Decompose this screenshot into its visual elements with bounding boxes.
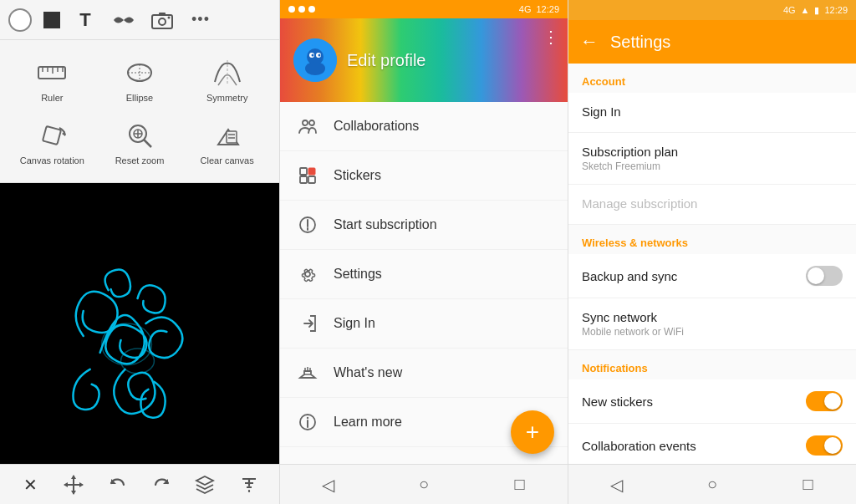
sync-network-subtitle: Mobile network or WiFi: [582, 326, 843, 338]
sync-network-title: Sync network: [582, 310, 843, 324]
svg-point-1: [159, 18, 166, 25]
svg-point-43: [318, 54, 321, 57]
canvas-rotation-tool[interactable]: Canvas rotation: [8, 111, 96, 174]
svg-rect-2: [159, 13, 166, 16]
layers-icon[interactable]: [190, 470, 220, 500]
menu-item-whatsnew[interactable]: What's new: [280, 349, 568, 398]
more-bottom-icon[interactable]: [234, 470, 264, 500]
menu-item-settings[interactable]: Settings: [280, 250, 568, 299]
ellipse-icon: [124, 57, 155, 89]
collaborations-icon: [297, 115, 318, 137]
symmetry-icon: [211, 57, 243, 89]
close-button[interactable]: ✕: [15, 470, 45, 500]
ruler-label: Ruler: [41, 93, 63, 103]
reset-zoom-tool[interactable]: Reset zoom: [96, 111, 184, 174]
clear-canvas-icon: [211, 120, 243, 151]
section-notifications: Notifications: [568, 350, 856, 379]
statusbar-icons-right: 4G 12:29: [519, 4, 559, 14]
color-black[interactable]: [43, 12, 60, 28]
undo-icon[interactable]: [103, 470, 133, 500]
backup-sync-toggle[interactable]: [806, 266, 843, 286]
reset-zoom-label: Reset zoom: [115, 155, 165, 165]
signal-dot3: [308, 6, 315, 13]
collaboration-events-title: Collaboration events: [582, 439, 696, 453]
svg-rect-21: [227, 131, 237, 143]
stickers-icon: [297, 165, 318, 186]
settings-sync-network[interactable]: Sync network Mobile network or WiFi: [568, 298, 856, 350]
menu-item-subscription[interactable]: Start subscription: [280, 201, 568, 250]
symmetry-label: Symmetry: [206, 93, 248, 103]
menu-header: Edit profile ⋮: [280, 18, 568, 102]
clear-canvas-tool[interactable]: Clear canvas: [183, 111, 271, 174]
mustache-icon[interactable]: [110, 7, 137, 33]
menu-items-list: Collaborations Stickers Start subscr: [280, 102, 568, 464]
settings-icon: [297, 263, 318, 285]
svg-marker-28: [71, 491, 76, 495]
fab-button[interactable]: +: [511, 410, 554, 454]
learnmore-icon: [297, 411, 318, 433]
settings-collaboration-events[interactable]: Collaboration events: [568, 424, 856, 464]
signin-label: Sign In: [334, 316, 375, 331]
settings-topbar: ← Settings: [568, 20, 856, 64]
svg-point-51: [305, 272, 310, 277]
tools-bottombar: ✕: [0, 464, 279, 504]
tools-panel: T •••: [0, 0, 280, 504]
svg-marker-27: [71, 475, 76, 479]
nav-recent[interactable]: □: [503, 475, 537, 494]
collaboration-events-toggle[interactable]: [806, 435, 843, 456]
settings-nav-back[interactable]: ◁: [599, 475, 633, 495]
more-tools[interactable]: •••: [187, 7, 214, 33]
menu-item-stickers[interactable]: Stickers: [280, 151, 568, 201]
new-stickers-title: New stickers: [582, 395, 653, 409]
canvas-area[interactable]: [0, 183, 279, 464]
settings-nav-home[interactable]: ○: [696, 475, 729, 494]
settings-label: Settings: [334, 267, 382, 282]
back-button[interactable]: ←: [580, 31, 599, 53]
battery-icon: ▮: [814, 5, 819, 16]
redo-icon[interactable]: [146, 470, 176, 500]
signin-title: Sign In: [582, 104, 843, 119]
svg-rect-49: [308, 176, 315, 183]
settings-subscription-plan[interactable]: Subscription plan Sketch Freemium: [568, 133, 856, 185]
svg-point-57: [307, 417, 308, 419]
text-tool[interactable]: T: [72, 7, 99, 33]
camera-icon[interactable]: [149, 7, 176, 33]
new-stickers-toggle[interactable]: [806, 391, 843, 411]
svg-marker-30: [79, 482, 84, 487]
svg-marker-33: [196, 476, 213, 485]
ellipse-tool[interactable]: Ellipse: [96, 48, 184, 111]
ellipse-label: Ellipse: [126, 93, 153, 103]
svg-rect-46: [300, 168, 307, 175]
settings-panel: 4G ▲ ▮ 12:29 ← Settings Account Sign In …: [568, 0, 856, 504]
settings-content: Account Sign In Subscription plan Sketch…: [568, 64, 856, 464]
menu-item-signin[interactable]: Sign In: [280, 299, 568, 349]
signal-dot2: [298, 6, 305, 13]
settings-nav-recent[interactable]: □: [792, 475, 825, 494]
whatsnew-label: What's new: [334, 365, 402, 380]
ruler-tool[interactable]: Ruler: [8, 48, 96, 111]
symmetry-tool[interactable]: Symmetry: [183, 48, 271, 111]
svg-point-42: [312, 54, 314, 57]
statusbar-icons-left: [288, 6, 315, 13]
move-icon[interactable]: [59, 470, 89, 500]
settings-title: Settings: [610, 33, 670, 52]
menu-item-collaborations[interactable]: Collaborations: [280, 102, 568, 151]
subscription-label: Start subscription: [334, 217, 437, 232]
svg-point-45: [309, 120, 314, 125]
svg-line-17: [144, 140, 151, 147]
svg-rect-48: [300, 176, 307, 183]
nav-back[interactable]: ◁: [311, 475, 344, 495]
settings-new-stickers[interactable]: New stickers: [568, 379, 856, 424]
subscription-plan-subtitle: Sketch Freemium: [582, 160, 843, 172]
svg-point-39: [305, 62, 325, 75]
phone-statusbar-menu: 4G 12:29: [280, 0, 568, 18]
canvas-rotation-icon: [36, 120, 68, 151]
circle-indicator[interactable]: [8, 8, 32, 32]
signin-icon: [297, 313, 318, 334]
settings-backup-sync[interactable]: Backup and sync: [568, 254, 856, 298]
avatar: [293, 38, 337, 82]
nav-home[interactable]: ○: [407, 475, 441, 494]
settings-signin[interactable]: Sign In: [568, 93, 856, 133]
svg-rect-14: [43, 126, 61, 145]
tools-grid: Ruler Ellipse: [0, 40, 279, 183]
